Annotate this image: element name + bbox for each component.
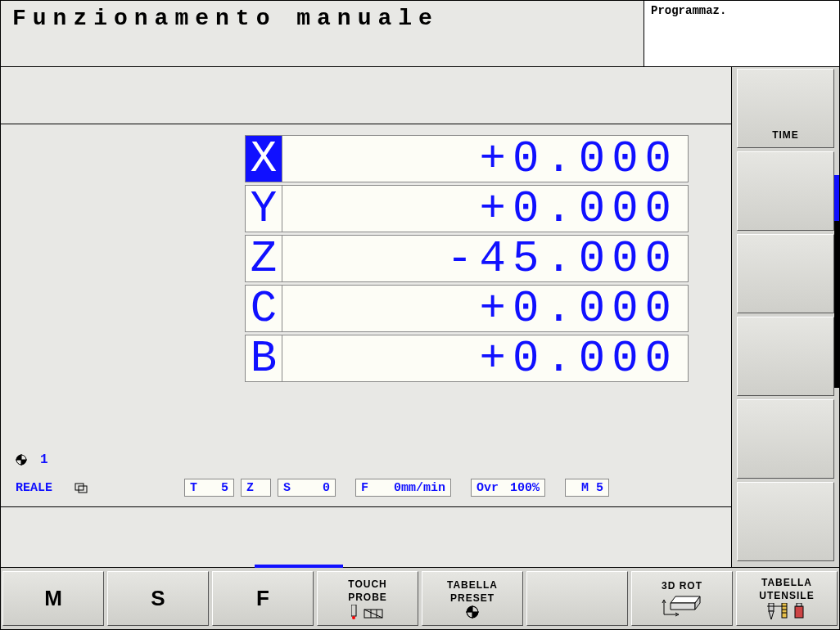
softkey-touch-probe[interactable]: TOUCH PROBE <box>317 571 418 626</box>
right-button-5[interactable] <box>737 399 834 479</box>
ovr-field: Ovr100% <box>471 479 545 497</box>
s-field: S0 <box>278 479 336 497</box>
mode-title: Funzionamento manuale <box>1 1 644 66</box>
svg-line-8 <box>364 610 382 618</box>
softkey-s[interactable]: S <box>107 571 209 626</box>
axis-value-z: -45.000 <box>282 235 689 282</box>
right-button-2[interactable] <box>737 151 834 231</box>
tool-icons <box>767 603 806 621</box>
axis-value-b: +0.000 <box>282 335 689 382</box>
axis-row-c[interactable]: C +0.000 <box>245 285 731 332</box>
svg-rect-4 <box>79 486 87 493</box>
upper-band <box>1 67 731 124</box>
axis-label-x: X <box>245 135 282 182</box>
axis-value-x: +0.000 <box>282 135 689 182</box>
f-field: F0mm/min <box>355 479 451 497</box>
softkey-empty[interactable] <box>526 571 628 626</box>
softkey-bar: M S F TOUCH PROBE TABELLA PRESET <box>0 568 840 630</box>
svg-rect-3 <box>75 484 84 490</box>
axis-row-x[interactable]: X +0.000 <box>245 135 731 182</box>
softkey-page-indicator <box>255 565 343 568</box>
svg-rect-21 <box>782 603 787 618</box>
3d-rot-icon <box>659 593 705 618</box>
softkey-f[interactable]: F <box>212 571 314 626</box>
datum-icon <box>16 454 27 466</box>
m-field: M 5 <box>565 479 609 497</box>
svg-rect-19 <box>769 603 774 611</box>
datum-icon <box>466 605 479 619</box>
right-button-6[interactable] <box>737 482 834 561</box>
main-area: X +0.000 Y +0.000 Z -45.000 C +0.000 B +… <box>1 67 731 567</box>
right-scroll-track[interactable] <box>834 175 839 388</box>
axis-row-y[interactable]: Y +0.000 <box>245 185 731 232</box>
softkey-tool-table[interactable]: TABELLA UTENSILE <box>736 571 838 626</box>
axis-label-y: Y <box>245 185 282 232</box>
lower-band <box>1 507 731 567</box>
position-readout: X +0.000 Y +0.000 Z -45.000 C +0.000 B +… <box>1 124 731 507</box>
header: Funzionamento manuale Programmaz. <box>0 0 840 67</box>
right-button-3[interactable] <box>737 234 834 313</box>
transform-icon <box>75 482 88 493</box>
right-button-4[interactable] <box>737 317 834 396</box>
t-field: T5 <box>184 479 234 497</box>
right-scroll-thumb[interactable] <box>834 175 839 221</box>
right-button-time[interactable]: TIME <box>737 69 834 148</box>
axis-row-z[interactable]: Z -45.000 <box>245 235 731 282</box>
main-container: X +0.000 Y +0.000 Z -45.000 C +0.000 B +… <box>0 67 840 568</box>
svg-marker-20 <box>769 611 774 619</box>
softkey-preset-table[interactable]: TABELLA PRESET <box>422 571 523 626</box>
svg-point-6 <box>352 616 355 619</box>
axis-row-b[interactable]: B +0.000 <box>245 335 731 382</box>
softkey-m[interactable]: M <box>2 571 104 626</box>
status-row: REALE T5 Z S0 F0mm/min Ovr100% M 5 <box>16 479 721 497</box>
preset-row: 1 <box>16 452 721 467</box>
right-softkey-column: TIME <box>731 67 839 567</box>
axis-value-c: +0.000 <box>282 285 689 332</box>
axis-value-y: +0.000 <box>282 185 689 232</box>
axis-label-c: C <box>245 285 282 332</box>
svg-rect-25 <box>795 606 803 618</box>
z-field: Z <box>241 479 271 497</box>
svg-rect-5 <box>351 605 356 616</box>
axis-label-b: B <box>245 335 282 382</box>
status-area: 1 REALE T5 Z S0 F0mm/min Ovr100% M 5 <box>16 452 721 497</box>
preset-number: 1 <box>40 452 48 467</box>
sub-mode[interactable]: Programmaz. <box>644 1 839 66</box>
axis-label-z: Z <box>245 235 282 282</box>
svg-rect-26 <box>797 603 802 606</box>
touch-probe-icon <box>351 605 384 619</box>
mode-label: REALE <box>16 481 68 495</box>
softkey-3d-rot[interactable]: 3D ROT <box>631 571 733 626</box>
svg-marker-15 <box>671 603 695 610</box>
